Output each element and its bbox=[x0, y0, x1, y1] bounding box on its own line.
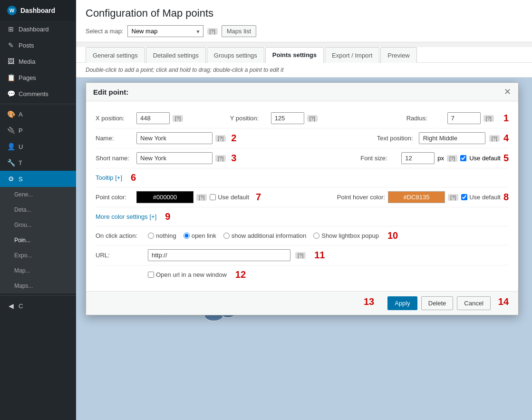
point-color-swatch[interactable]: #000000 bbox=[136, 191, 193, 203]
point-color-value: #000000 bbox=[153, 194, 177, 201]
sidebar-submenu-map[interactable]: Map... bbox=[0, 263, 76, 278]
cancel-button[interactable]: Cancel bbox=[457, 296, 490, 310]
modal-footer: 13 Apply Delete Cancel 14 bbox=[86, 291, 518, 315]
more-color-settings-btn[interactable]: More color settings [+] bbox=[96, 213, 156, 220]
hover-color-swatch[interactable]: #DC8135 bbox=[388, 191, 445, 203]
font-size-help[interactable]: [?] bbox=[447, 155, 457, 162]
sidebar-logo-label: Dashboard bbox=[20, 7, 55, 14]
sidebar-item-users[interactable]: 👤 U bbox=[0, 138, 76, 155]
on-click-open-link-label[interactable]: open link bbox=[184, 232, 216, 239]
sidebar-item-comments[interactable]: 💬 Comments bbox=[0, 86, 76, 102]
y-position-help[interactable]: [?] bbox=[307, 115, 318, 122]
sidebar-divider-2 bbox=[0, 295, 76, 296]
sidebar-submenu-points[interactable]: Poin... bbox=[0, 233, 76, 248]
submenu-label: Deta... bbox=[14, 206, 31, 213]
tab-groups[interactable]: Groups settings bbox=[207, 47, 264, 63]
font-size-use-default-label[interactable]: Use default bbox=[469, 155, 501, 162]
name-input[interactable] bbox=[136, 132, 213, 144]
sidebar-item-label: Media bbox=[19, 58, 35, 65]
url-help[interactable]: [?] bbox=[295, 252, 306, 259]
point-color-help[interactable]: [?] bbox=[196, 194, 207, 201]
name-help[interactable]: [?] bbox=[215, 135, 226, 142]
short-name-row: Short name: [?] 3 Font size: px [?] Use … bbox=[96, 148, 509, 168]
tooltip-row: Tooltip [+] 6 bbox=[96, 168, 509, 187]
font-size-label: Font size: bbox=[360, 155, 398, 162]
sidebar-item-plugins[interactable]: 🔌 P bbox=[0, 122, 76, 138]
maps-list-button[interactable]: Maps list bbox=[222, 25, 256, 37]
x-position-group: X position: [?] bbox=[96, 112, 225, 124]
on-click-show-info-radio[interactable] bbox=[223, 233, 230, 239]
submenu-label: Expo... bbox=[14, 252, 32, 259]
sidebar-logo[interactable]: W Dashboard bbox=[0, 0, 76, 21]
sidebar-item-media[interactable]: 🖼 Media bbox=[0, 53, 76, 69]
sidebar-collapse[interactable]: ◀ C bbox=[0, 298, 76, 314]
short-name-label: Short name: bbox=[96, 155, 134, 162]
sidebar-item-settings[interactable]: ⚙ S bbox=[0, 171, 76, 187]
text-position-help[interactable]: [?] bbox=[489, 135, 500, 142]
map-select-help[interactable]: [?] bbox=[207, 28, 218, 35]
tab-detailed[interactable]: Detailed settings bbox=[146, 47, 206, 63]
on-click-lightbox-label[interactable]: Show lightbox popup bbox=[313, 232, 379, 239]
tab-points[interactable]: Points settings bbox=[265, 47, 324, 63]
hover-color-use-default-checkbox[interactable] bbox=[461, 194, 467, 200]
apply-button[interactable]: Apply bbox=[387, 296, 417, 310]
short-name-help[interactable]: [?] bbox=[215, 155, 226, 162]
tab-general[interactable]: General settings bbox=[86, 47, 145, 63]
open-new-window-text: Open url in a new window bbox=[156, 271, 227, 278]
short-name-input[interactable] bbox=[136, 152, 213, 164]
sidebar-item-label: P bbox=[19, 127, 23, 134]
modal-body: X position: [?] Y position: [?] Radius: … bbox=[86, 101, 518, 291]
on-click-nothing-label[interactable]: nothing bbox=[148, 232, 176, 239]
url-input[interactable] bbox=[148, 249, 290, 261]
y-position-input[interactable] bbox=[271, 112, 304, 124]
modal-close-button[interactable]: ✕ bbox=[504, 88, 511, 96]
open-new-window-label[interactable]: Open url in a new window bbox=[148, 271, 227, 278]
x-position-input[interactable] bbox=[136, 112, 170, 124]
on-click-open-link-radio[interactable] bbox=[184, 233, 190, 239]
tooltip-toggle[interactable]: Tooltip [+] bbox=[96, 174, 122, 181]
radius-help[interactable]: [?] bbox=[484, 115, 494, 122]
sidebar-submenu-detailed[interactable]: Deta... bbox=[0, 202, 76, 217]
tab-export[interactable]: Export / Import bbox=[325, 47, 379, 63]
radius-group: Radius: [?] bbox=[364, 112, 494, 124]
url-label: URL: bbox=[96, 252, 143, 259]
sidebar-item-posts[interactable]: ✎ Posts bbox=[0, 37, 76, 53]
new-window-row: Open url in a new window 12 bbox=[96, 265, 509, 284]
font-size-use-default-checkbox[interactable] bbox=[460, 155, 466, 161]
sidebar-submenu-groups[interactable]: Grou... bbox=[0, 217, 76, 233]
sidebar-submenu-maps[interactable]: Maps... bbox=[0, 278, 76, 293]
collapse-icon: ◀ bbox=[7, 302, 15, 310]
hover-color-group: Point hover color: #DC8135 [?] Use defau… bbox=[305, 191, 509, 203]
open-new-window-checkbox[interactable] bbox=[148, 272, 154, 278]
select-map-row: Select a map: New map ▼ [?] Maps list bbox=[86, 25, 522, 37]
on-click-lightbox-radio[interactable] bbox=[313, 233, 319, 239]
map-select[interactable]: New map bbox=[127, 25, 203, 37]
point-color-use-default-checkbox[interactable] bbox=[210, 194, 216, 200]
annotation-6: 6 bbox=[131, 172, 136, 183]
sidebar-item-dashboard[interactable]: ⊞ Dashboard bbox=[0, 21, 76, 37]
on-click-show-info-label[interactable]: show additional information bbox=[223, 232, 307, 239]
comments-icon: 💬 bbox=[7, 90, 15, 98]
hover-color-help[interactable]: [?] bbox=[448, 194, 458, 201]
main-content: Configuration of Map points Select a map… bbox=[76, 0, 532, 420]
dashboard-icon: ⊞ bbox=[7, 25, 15, 33]
sidebar-submenu-general[interactable]: Gene... bbox=[0, 187, 76, 202]
delete-button[interactable]: Delete bbox=[421, 296, 454, 310]
sidebar-item-appearance[interactable]: 🎨 A bbox=[0, 106, 76, 122]
sidebar-item-pages[interactable]: 📋 Pages bbox=[0, 69, 76, 86]
url-row: URL: [?] 11 bbox=[96, 245, 509, 265]
point-color-use-default-label[interactable]: Use default bbox=[210, 194, 249, 201]
x-position-help[interactable]: [?] bbox=[173, 115, 183, 122]
submenu-label: Poin... bbox=[14, 237, 30, 244]
hover-color-label: Point hover color: bbox=[337, 194, 385, 201]
tab-preview[interactable]: Preview bbox=[380, 47, 416, 63]
font-size-input[interactable] bbox=[401, 152, 435, 164]
on-click-nothing-radio[interactable] bbox=[148, 233, 154, 239]
position-row: X position: [?] Y position: [?] Radius: … bbox=[96, 108, 509, 128]
sidebar-submenu-export[interactable]: Expo... bbox=[0, 248, 76, 263]
sidebar-item-tools[interactable]: 🔧 T bbox=[0, 155, 76, 171]
hover-color-use-default-label[interactable]: Use default bbox=[461, 194, 501, 201]
text-position-select[interactable]: Right Middle Left Middle Top Center Bott… bbox=[419, 132, 485, 144]
radius-input[interactable] bbox=[447, 112, 481, 124]
sidebar-item-label: A bbox=[19, 111, 23, 118]
